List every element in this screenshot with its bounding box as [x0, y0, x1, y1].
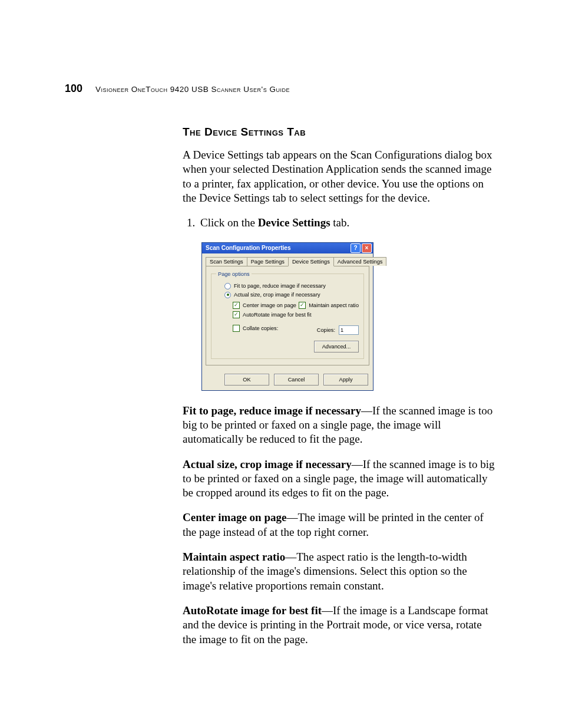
radio-icon-selected	[224, 292, 231, 298]
radio-actual-size[interactable]: Actual size, crop image if necessary	[224, 292, 359, 298]
scan-config-dialog: Scan Configuration Properties ? × Scan S…	[201, 242, 373, 391]
dialog-title: Scan Configuration Properties	[206, 245, 290, 251]
running-head: Visioneer OneTouch 9420 USB Scanner User…	[95, 85, 290, 94]
group-legend: Page options	[216, 271, 252, 277]
tab-scan-settings[interactable]: Scan Settings	[206, 257, 247, 266]
tab-panel: Page options Fit to page, reduce image i…	[206, 266, 369, 365]
page-header: 100 Visioneer OneTouch 9420 USB Scanner …	[65, 83, 497, 95]
tab-device-settings[interactable]: Device Settings	[288, 257, 334, 266]
chk-collate-label: Collate copies:	[243, 325, 278, 331]
desc-aspect-bold: Maintain aspect ratio	[183, 551, 285, 563]
step1-prefix: Click on the	[200, 216, 258, 229]
step1-bold: Device Settings	[258, 216, 330, 229]
radio-actual-label: Actual size, crop image if necessary	[234, 292, 320, 298]
checkbox-center-image[interactable]: ✓ Center image on page	[233, 302, 296, 309]
apply-button[interactable]: Apply	[323, 374, 368, 386]
checkbox-maintain-aspect[interactable]: ✓ Maintain aspect ratio	[299, 302, 359, 309]
radio-fit-to-page[interactable]: Fit to page, reduce image if necessary	[224, 283, 359, 289]
desc-center: Center image on page—The image will be p…	[183, 510, 497, 539]
checkbox-autorotate[interactable]: ✓ AutoRotate image for best fit	[233, 311, 359, 318]
chk-aspect-label: Maintain aspect ratio	[309, 302, 359, 308]
chk-autorotate-label: AutoRotate image for best fit	[243, 312, 311, 318]
copies-input[interactable]: 1	[339, 325, 359, 335]
checkbox-icon: ✓	[233, 311, 240, 318]
desc-aspect: Maintain aspect ratio—The aspect ratio i…	[183, 550, 497, 593]
ok-button[interactable]: OK	[224, 374, 269, 386]
desc-center-bold: Center image on page	[183, 511, 286, 523]
desc-fit-bold: Fit to page, reduce image if necessary	[183, 404, 361, 417]
page-number: 100	[65, 83, 82, 95]
dialog-titlebar: Scan Configuration Properties ? ×	[202, 243, 373, 253]
copies-label: Copies:	[317, 327, 335, 333]
intro-paragraph: A Device Settings tab appears on the Sca…	[183, 148, 497, 205]
dialog-button-row: OK Cancel Apply	[202, 369, 373, 390]
close-button[interactable]: ×	[362, 243, 372, 253]
tab-advanced-settings[interactable]: Advanced Settings	[333, 257, 387, 266]
checkbox-icon: ✓	[233, 302, 240, 309]
checkbox-collate[interactable]: Collate copies:	[233, 325, 278, 332]
page-options-group: Page options Fit to page, reduce image i…	[211, 271, 364, 359]
desc-autorotate: AutoRotate image for best fit—If the ima…	[183, 604, 497, 647]
desc-actual: Actual size, crop image if necessary—If …	[183, 457, 497, 500]
section-heading: The Device Settings Tab	[183, 126, 497, 139]
tabstrip: Scan Settings Page Settings Device Setti…	[202, 253, 373, 266]
desc-auto-bold: AutoRotate image for best fit	[183, 604, 322, 617]
cancel-button[interactable]: Cancel	[274, 374, 319, 386]
advanced-button[interactable]: Advanced...	[314, 341, 359, 353]
radio-icon	[224, 283, 231, 289]
step1-suffix: tab.	[330, 216, 350, 229]
step-1: Click on the Device Settings tab.	[198, 216, 497, 230]
checkbox-icon: ✓	[299, 302, 306, 309]
radio-fit-label: Fit to page, reduce image if necessary	[234, 283, 326, 289]
checkbox-icon-unchecked	[233, 325, 240, 332]
steps-list: Click on the Device Settings tab.	[183, 216, 497, 230]
help-button[interactable]: ?	[351, 243, 361, 253]
desc-fit: Fit to page, reduce image if necessary—I…	[183, 404, 497, 447]
chk-center-label: Center image on page	[243, 302, 296, 308]
desc-actual-bold: Actual size, crop image if necessary	[183, 458, 352, 470]
tab-page-settings[interactable]: Page Settings	[247, 257, 289, 266]
